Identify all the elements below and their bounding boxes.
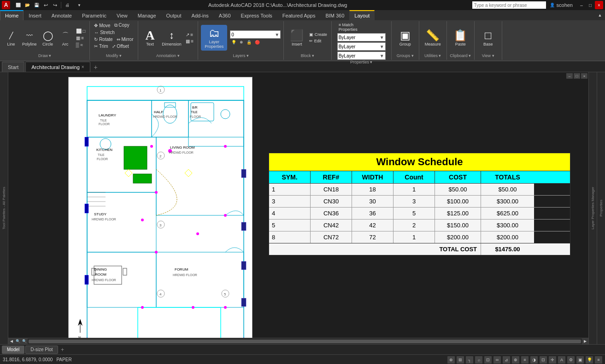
svg-text:HRDWD FLOOR: HRDWD FLOOR bbox=[92, 278, 116, 282]
insert-button[interactable]: ⬛ Insert bbox=[287, 28, 307, 47]
layer-lock-button[interactable]: 🔒 bbox=[245, 40, 253, 45]
isolate-icon[interactable]: 💡 bbox=[586, 356, 593, 364]
annotation-scale-icon[interactable]: A bbox=[558, 356, 565, 364]
tab-addins[interactable]: Add-ins bbox=[187, 10, 214, 20]
tab-bim360[interactable]: BIM 360 bbox=[320, 10, 349, 20]
subwin-minimize[interactable]: – bbox=[566, 73, 573, 79]
tab-start[interactable]: Start bbox=[2, 62, 24, 72]
edit-block-button[interactable]: ✏ Edit bbox=[308, 38, 329, 44]
plot-button[interactable]: 🖨 bbox=[63, 1, 71, 9]
trim-button[interactable]: ✂ Trim bbox=[93, 43, 109, 49]
snap-icon[interactable]: ⊕ bbox=[447, 356, 455, 364]
redo-button[interactable]: ↪ bbox=[51, 1, 59, 9]
horizontal-scrollbar[interactable]: ◀ 🔍 🔍 ▶ bbox=[8, 338, 588, 344]
close-button[interactable]: × bbox=[595, 1, 603, 9]
base-button[interactable]: □ Base bbox=[480, 28, 496, 47]
group-button[interactable]: ▣ Group bbox=[397, 28, 413, 47]
search-input[interactable] bbox=[472, 1, 546, 9]
save-button[interactable]: 💾 bbox=[32, 1, 41, 9]
stretch-button[interactable]: ↔ Stretch bbox=[93, 29, 116, 35]
lineweight-dropdown[interactable]: ByLayer ▼ bbox=[337, 52, 386, 60]
tab-manage[interactable]: Manage bbox=[133, 10, 161, 20]
open-button[interactable]: 📂 bbox=[23, 1, 31, 9]
match-properties-button[interactable]: ≡ MatchProperties bbox=[337, 22, 359, 32]
paste-button[interactable]: 📋 Paste bbox=[452, 28, 469, 47]
lineweight-icon[interactable]: ≡ bbox=[521, 356, 529, 364]
osnap-icon[interactable]: ⊡ bbox=[484, 356, 492, 364]
undo-button[interactable]: ↩ bbox=[41, 1, 50, 9]
tab-insert[interactable]: Insert bbox=[23, 10, 47, 20]
svg-text:FLOOR: FLOOR bbox=[190, 115, 201, 118]
color-dropdown[interactable]: ByLayer ▼ bbox=[337, 33, 386, 41]
arc-button[interactable]: ⌒ Arc bbox=[57, 28, 74, 47]
tab-featured-apps[interactable]: Featured Apps bbox=[277, 10, 321, 20]
mirror-button[interactable]: ⇔ Mirror bbox=[115, 36, 135, 42]
tab-annotate[interactable]: Annotate bbox=[47, 10, 77, 20]
model-tab[interactable]: Model bbox=[2, 346, 24, 354]
line-button[interactable]: ╱ Line bbox=[3, 28, 19, 47]
tab-output[interactable]: Output bbox=[161, 10, 187, 20]
new-button[interactable]: ⬜ bbox=[14, 1, 22, 9]
canvas-area[interactable]: – □ × bbox=[8, 72, 588, 344]
quick-access-dropdown[interactable]: ▼ bbox=[75, 1, 83, 9]
pan-button[interactable]: 🔍 bbox=[15, 338, 21, 345]
copy-button[interactable]: ⧉ Copy bbox=[113, 22, 131, 29]
customize-icon[interactable]: ≡ bbox=[595, 356, 602, 364]
hatch-button[interactable]: ▦ ≡ bbox=[75, 35, 87, 41]
scroll-left-btn[interactable]: ◀ bbox=[8, 338, 15, 345]
transparency-icon[interactable]: ◑ bbox=[530, 356, 538, 364]
selfilter-icon[interactable]: ⊡ bbox=[540, 356, 547, 364]
dimension-button[interactable]: ↕ Dimension bbox=[160, 28, 183, 47]
layer-color-button[interactable]: 🔴 bbox=[253, 40, 261, 45]
ortho-icon[interactable]: ┐ bbox=[466, 356, 473, 364]
ribbon-minimize[interactable]: ▲ bbox=[596, 11, 604, 19]
table-button[interactable]: ▦ ≡ bbox=[184, 38, 195, 44]
dsize-plot-tab[interactable]: D-size Plot bbox=[25, 346, 58, 354]
create-block-button[interactable]: ▣ Create bbox=[308, 32, 329, 37]
schedule-header: SYM. REF# WIDTH Count COST TOTALS bbox=[269, 171, 570, 184]
rectangle-button[interactable]: ⬜ □ bbox=[75, 28, 87, 34]
minimize-button[interactable]: – bbox=[577, 1, 586, 9]
scroll-right-btn[interactable]: ▶ bbox=[582, 338, 588, 345]
dyn-icon[interactable]: ⊕ bbox=[512, 356, 519, 364]
maximize-button[interactable]: □ bbox=[586, 1, 594, 9]
gizmo-icon[interactable]: ✛ bbox=[549, 356, 556, 364]
rotate-button[interactable]: ↻ Rotate bbox=[93, 36, 114, 42]
layer-freeze-button[interactable]: ❄ bbox=[238, 40, 245, 45]
grid-icon[interactable]: ⊞ bbox=[457, 356, 464, 364]
tab-a360[interactable]: A360 bbox=[214, 10, 236, 20]
circle-button[interactable]: ◯ Circle bbox=[40, 28, 56, 47]
tab-architectural-drawing[interactable]: Architectural Drawing × bbox=[25, 62, 90, 72]
text-button[interactable]: A Text bbox=[141, 28, 159, 47]
linetype-dropdown[interactable]: ByLayer ▼ bbox=[337, 42, 386, 51]
offset-button[interactable]: ⤢ Offset bbox=[111, 43, 130, 49]
hardware-icon[interactable]: ▣ bbox=[576, 356, 584, 364]
workspace-icon[interactable]: ⚙ bbox=[567, 356, 575, 364]
close-tab-icon[interactable]: × bbox=[82, 64, 84, 69]
subwin-maximize[interactable]: □ bbox=[574, 73, 580, 79]
ducs-icon[interactable]: ⊿ bbox=[503, 356, 510, 364]
pan-button2[interactable]: 🔍 bbox=[21, 338, 28, 345]
tab-home[interactable]: Home bbox=[0, 10, 23, 20]
add-tab-button[interactable]: + bbox=[91, 63, 100, 72]
measure-button[interactable]: 📏 Measure bbox=[423, 28, 443, 47]
gradient-button[interactable]: ▒ ≈ bbox=[75, 42, 87, 48]
tab-express-tools[interactable]: Express Tools bbox=[236, 10, 277, 20]
tab-layout[interactable]: Layout bbox=[349, 10, 375, 20]
add-layout-button[interactable]: + bbox=[59, 346, 66, 353]
layer-off-button[interactable]: 💡 bbox=[230, 40, 238, 45]
polyline-button[interactable]: 〰 Polyline bbox=[20, 28, 39, 47]
subwin-close[interactable]: × bbox=[581, 73, 587, 79]
polar-icon[interactable]: ⌕ bbox=[475, 356, 482, 364]
layer-dropdown[interactable]: 0 ▼ bbox=[230, 30, 281, 39]
otrack-icon[interactable]: ∞ bbox=[493, 356, 501, 364]
tab-view[interactable]: View bbox=[112, 10, 133, 20]
leader-button[interactable]: ↗ ≡ bbox=[184, 32, 195, 38]
app-icon[interactable]: A bbox=[2, 1, 10, 9]
tab-parametric[interactable]: Parametric bbox=[77, 10, 112, 20]
drawing-paper: LAUNDRY TILE FLOOR HALF HRDWD FLOOR B/R … bbox=[68, 77, 253, 344]
layers-label: Layers ▾ bbox=[233, 53, 249, 59]
layer-properties-button[interactable]: 🗂 LayerProperties bbox=[201, 25, 227, 51]
move-button[interactable]: ✥ Move bbox=[93, 22, 112, 29]
scroll-thumb[interactable] bbox=[29, 340, 581, 343]
